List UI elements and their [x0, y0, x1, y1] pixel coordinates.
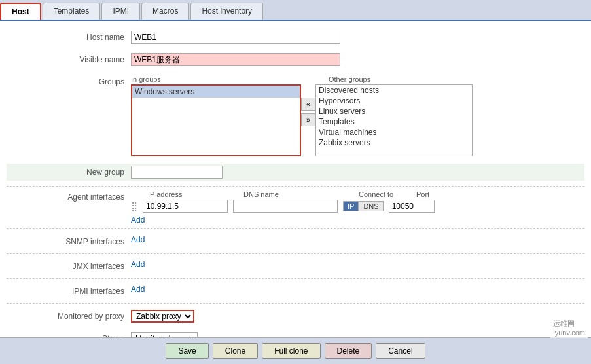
agent-interface-item: ⣿ IP DNS: [131, 200, 584, 213]
drag-handle-icon[interactable]: ⣿: [131, 201, 137, 211]
ipmi-interfaces-label: IPMI interfaces: [7, 285, 131, 296]
divider-4: [7, 278, 584, 279]
other-group-hypervisors[interactable]: Hypervisors: [316, 96, 472, 106]
proxy-select[interactable]: Zabbix proxy (no proxy): [131, 310, 194, 323]
connect-buttons: IP DNS: [343, 201, 384, 211]
other-group-zabbix[interactable]: Zabbix servers: [316, 137, 472, 148]
other-groups-header: Other groups: [329, 75, 370, 83]
cancel-button[interactable]: Cancel: [376, 343, 425, 359]
snmp-add-link-wrapper: Add: [131, 235, 584, 244]
dns-name-col-label: DNS name: [243, 191, 348, 198]
new-group-input[interactable]: [131, 166, 223, 179]
new-group-label: New group: [7, 166, 131, 177]
in-groups-header: In groups: [131, 75, 301, 83]
new-group-row: New group: [7, 164, 584, 181]
tab-bar: Host Templates IPMI Macros Host inventor…: [0, 0, 591, 21]
connect-ip-btn[interactable]: IP: [343, 201, 359, 211]
full-clone-button[interactable]: Full clone: [262, 343, 320, 359]
tab-templates[interactable]: Templates: [43, 3, 101, 20]
host-name-row: Host name: [7, 29, 584, 46]
groups-headers: In groups Other groups: [131, 75, 584, 83]
other-group-templates[interactable]: Templates: [316, 117, 472, 127]
in-groups-box[interactable]: Windows servers: [131, 84, 301, 156]
tab-host[interactable]: Host: [0, 3, 41, 20]
other-group-discovered[interactable]: Discovered hosts: [316, 85, 472, 96]
tab-host-inventory[interactable]: Host inventory: [190, 3, 263, 20]
visible-name-label: Visible name: [7, 53, 131, 64]
ipmi-interfaces-row: IPMI interfaces Add: [7, 283, 584, 298]
jmx-interfaces-row: JMX interfaces Add: [7, 258, 584, 273]
port-col-label: Port: [416, 191, 429, 198]
port-input[interactable]: [389, 200, 435, 213]
in-group-item-windows[interactable]: Windows servers: [132, 86, 300, 98]
other-group-linux[interactable]: Linux servers: [316, 106, 472, 117]
divider-2: [7, 228, 584, 229]
monitored-by-proxy-label: Monitored by proxy: [7, 310, 131, 321]
ip-address-input[interactable]: [143, 200, 228, 213]
ipmi-add-link-wrapper: Add: [131, 285, 584, 294]
visible-name-input[interactable]: [131, 53, 340, 66]
agent-interfaces-content: IP address DNS name Connect to Port ⣿ IP…: [131, 191, 584, 225]
arrow-left-btn[interactable]: «: [301, 98, 315, 111]
groups-arrows: « »: [301, 84, 315, 126]
arrow-right-btn[interactable]: »: [301, 113, 315, 126]
ipmi-add-link[interactable]: Add: [131, 285, 145, 294]
divider-1: [7, 186, 584, 187]
ip-address-col-label: IP address: [148, 191, 233, 198]
divider-5: [7, 303, 584, 304]
visible-name-field: [131, 53, 584, 66]
agent-add-link[interactable]: Add: [131, 215, 145, 225]
groups-label: Groups: [7, 75, 131, 86]
delete-button[interactable]: Delete: [325, 343, 372, 359]
groups-section: In groups Other groups Windows servers «…: [131, 75, 584, 156]
visible-name-row: Visible name: [7, 51, 584, 68]
snmp-interfaces-row: SNMP interfaces Add: [7, 233, 584, 248]
watermark: 运维网iyunv.com: [550, 318, 588, 338]
groups-outer: Windows servers « » Discovered hosts Hyp…: [131, 84, 584, 156]
main-content: Host name Visible name Groups In groups …: [0, 21, 591, 360]
jmx-add-link-wrapper: Add: [131, 260, 584, 269]
other-groups-box[interactable]: Discovered hosts Hypervisors Linux serve…: [315, 84, 473, 156]
host-name-label: Host name: [7, 31, 131, 42]
bottom-button-bar: Save Clone Full clone Delete Cancel: [0, 337, 591, 360]
snmp-add-link[interactable]: Add: [131, 235, 145, 244]
agent-interfaces-row: Agent interfaces IP address DNS name Con…: [7, 191, 584, 225]
connect-to-col-label: Connect to: [359, 191, 411, 198]
clone-button[interactable]: Clone: [213, 343, 258, 359]
jmx-add-link[interactable]: Add: [131, 260, 145, 269]
proxy-select-wrapper: Zabbix proxy (no proxy): [131, 310, 584, 323]
connect-dns-btn[interactable]: DNS: [359, 201, 383, 211]
monitored-by-proxy-row: Monitored by proxy Zabbix proxy (no prox…: [7, 308, 584, 325]
jmx-interfaces-label: JMX interfaces: [7, 260, 131, 271]
interface-col-headers: IP address DNS name Connect to Port: [131, 191, 584, 198]
save-button[interactable]: Save: [166, 343, 208, 359]
groups-row: Groups In groups Other groups Windows se…: [7, 73, 584, 158]
agent-interfaces-label: Agent interfaces: [7, 191, 131, 202]
snmp-interfaces-label: SNMP interfaces: [7, 235, 131, 246]
host-name-field: [131, 31, 584, 44]
tab-macros[interactable]: Macros: [141, 3, 189, 20]
new-group-field: [131, 166, 584, 179]
tab-ipmi[interactable]: IPMI: [101, 3, 140, 20]
divider-3: [7, 253, 584, 254]
host-name-input[interactable]: [131, 31, 340, 44]
other-group-vms[interactable]: Virtual machines: [316, 127, 472, 137]
dns-name-input[interactable]: [233, 200, 338, 213]
